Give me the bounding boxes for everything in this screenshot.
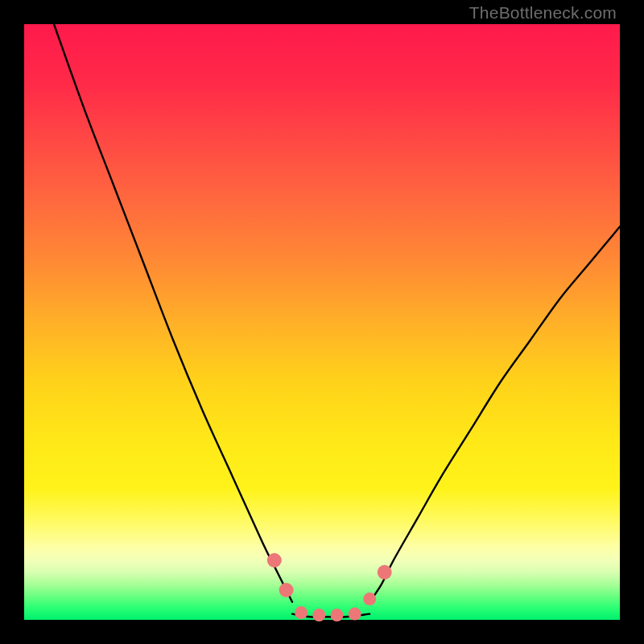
marker-left-lower	[279, 583, 294, 597]
curve-right-curve	[369, 227, 620, 602]
marker-right-lower	[363, 592, 376, 605]
curve-left-curve	[54, 24, 292, 602]
marker-floor-4	[349, 608, 361, 621]
marker-floor-2	[312, 609, 325, 621]
chart-svg	[0, 0, 644, 644]
marker-floor-3	[331, 609, 344, 621]
marker-right-upper	[378, 565, 392, 580]
marker-floor-1	[295, 606, 308, 619]
marker-left-upper	[267, 553, 282, 568]
